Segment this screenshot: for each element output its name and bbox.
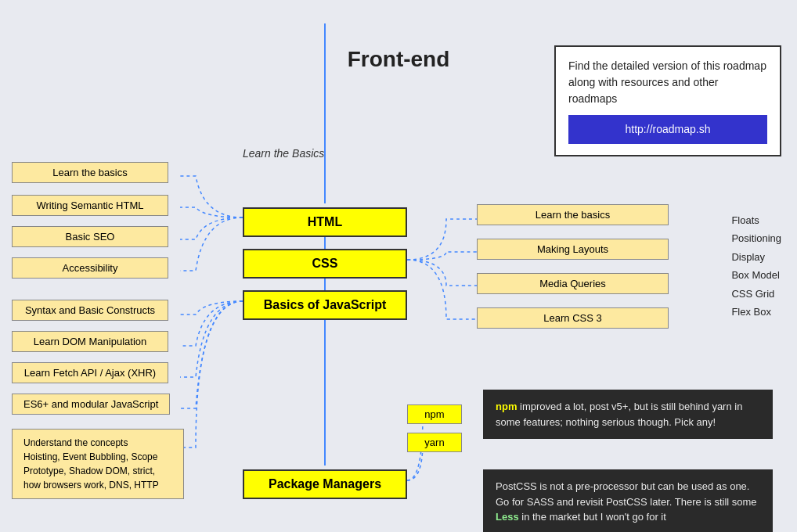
npm-highlight: npm — [496, 401, 517, 412]
info-box-text: Find the detailed version of this roadma… — [568, 59, 766, 105]
postcss-highlight: Less — [496, 511, 519, 523]
concepts-line3: Prototype, Shadow DOM, strict, — [23, 466, 155, 476]
css-list-item-box-model: Box Model — [731, 266, 781, 284]
css-list-item-display: Display — [731, 248, 781, 266]
left-item-accessibility[interactable]: Accessibility — [12, 257, 168, 279]
css-list-item-positioning: Positioning — [731, 229, 781, 247]
box-js[interactable]: Basics of JavaScript — [243, 290, 407, 320]
box-pm[interactable]: Package Managers — [243, 469, 407, 499]
css-list-item-grid: CSS Grid — [731, 285, 781, 303]
left-item-dom[interactable]: Learn DOM Manipulation — [12, 331, 168, 352]
left-item-es6[interactable]: ES6+ and modular JavaScript — [12, 394, 170, 415]
postcss-text2: in the market but I won't go for it — [519, 511, 666, 523]
box-html[interactable]: HTML — [243, 207, 407, 237]
yarn-box[interactable]: yarn — [407, 433, 462, 452]
right-item-layouts[interactable]: Making Layouts — [477, 239, 669, 260]
left-item-learn-basics[interactable]: Learn the basics — [12, 162, 168, 183]
npm-box[interactable]: npm — [407, 404, 462, 424]
left-item-syntax[interactable]: Syntax and Basic Constructs — [12, 300, 168, 321]
page-title: Front-end — [348, 47, 450, 72]
postcss-info-box: PostCSS is not a pre-processor but can b… — [483, 469, 773, 532]
left-item-basic-seo[interactable]: Basic SEO — [12, 226, 168, 247]
css-list-item-floats: Floats — [731, 211, 781, 229]
npm-info-box: npm improved a lot, post v5+, but is sti… — [483, 390, 773, 439]
concepts-line1: Understand the concepts — [23, 437, 128, 448]
roadmap-link[interactable]: http://roadmap.sh — [568, 115, 767, 144]
left-item-concepts[interactable]: Understand the concepts Hoisting, Event … — [12, 429, 184, 499]
learn-basics-label: Learn the Basics — [243, 147, 324, 160]
css-properties-list: Floats Positioning Display Box Model CSS… — [731, 211, 781, 321]
box-css[interactable]: CSS — [243, 249, 407, 279]
left-item-semantic-html[interactable]: Writing Semantic HTML — [12, 195, 168, 216]
right-item-learn-basics[interactable]: Learn the basics — [477, 204, 669, 225]
css-list-item-flexbox: Flex Box — [731, 303, 781, 321]
postcss-text1: PostCSS is not a pre-processor but can b… — [496, 480, 757, 508]
right-item-media-queries[interactable]: Media Queries — [477, 273, 669, 294]
right-item-css3[interactable]: Learn CSS 3 — [477, 307, 669, 329]
concepts-line2: Hoisting, Event Bubbling, Scope — [23, 451, 157, 462]
info-box: Find the detailed version of this roadma… — [554, 45, 781, 156]
left-item-fetch[interactable]: Learn Fetch API / Ajax (XHR) — [12, 362, 168, 383]
npm-text: improved a lot, post v5+, but is still b… — [496, 401, 742, 428]
concepts-line4: how browsers work, DNS, HTTP — [23, 480, 159, 491]
